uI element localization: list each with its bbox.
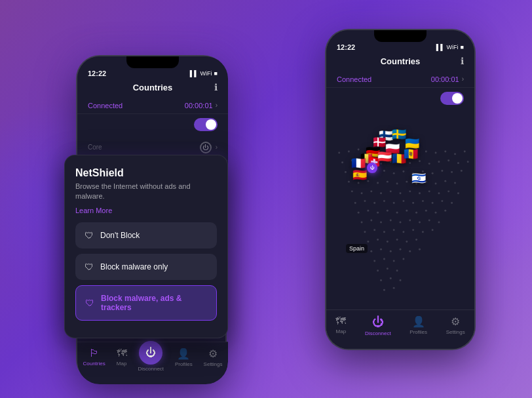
profiles-nav-icon: 👤 [412,315,425,328]
nav-profiles[interactable]: 👤 Profiles [409,315,427,338]
disconnect-icon: ⏻ [145,347,156,359]
svg-point-109 [370,250,372,252]
nav-settings[interactable]: ⚙ Settings [446,315,465,338]
svg-point-14 [341,161,343,163]
nav-map[interactable]: 🗺 Map [335,315,346,338]
svg-point-1 [348,150,350,152]
svg-point-121 [396,269,398,271]
front-status-icons: ▌▌ WiFi ■ [190,70,218,77]
nav-map-front[interactable]: 🗺 Map [117,348,127,374]
svg-point-87 [370,219,372,221]
svg-point-126 [393,287,395,289]
svg-point-120 [387,268,389,269]
netshield-option-text-3: Block malware, ads & trackers [101,294,207,312]
disconnect-btn[interactable]: ⏻ [139,341,162,365]
front-chevron: › [216,102,218,109]
svg-point-23 [428,163,430,165]
disconnect-nav-label: Disconnect [365,330,391,336]
svg-point-125 [383,289,385,290]
svg-point-94 [438,221,440,223]
countries-nav-icon: 🏳 [89,348,100,359]
svg-point-112 [400,248,402,250]
svg-point-57 [390,190,392,192]
power-icon-1[interactable]: ⏻ [200,142,212,153]
svg-point-117 [393,260,395,262]
svg-point-55 [370,190,372,192]
disconnect-dot: ⏻ [367,163,377,173]
disconnect-nav-icon: ⏻ [372,315,384,329]
svg-point-76 [358,211,360,213]
settings-nav-icon: ⚙ [451,315,460,328]
map-svg [326,109,474,338]
svg-point-86 [361,221,363,223]
flag-pin: 🇮🇱 [411,171,426,186]
nav-settings-front[interactable]: ⚙ Settings [204,348,223,374]
svg-point-106 [396,239,398,241]
back-toggle[interactable] [440,92,464,105]
svg-point-58 [400,192,402,194]
svg-point-99 [402,231,404,233]
svg-point-45 [387,180,389,182]
svg-point-0 [338,151,340,153]
back-status-icons: ▌▌ WiFi ■ [436,44,464,50]
nav-countries[interactable]: 🏳 Countries [83,348,105,374]
svg-point-115 [373,260,375,262]
svg-point-39 [451,170,453,172]
svg-point-52 [454,182,456,184]
svg-point-75 [451,202,453,204]
battery-icon: ■ [461,44,464,50]
netshield-option-dont-block[interactable]: 🛡 Don't Block [75,222,217,249]
netshield-option-malware[interactable]: 🛡 Block malware only [75,254,217,280]
svg-point-119 [377,269,379,271]
svg-point-12 [454,153,456,155]
map-nav-icon: 🗺 [335,315,346,327]
svg-point-28 [345,170,347,172]
phones-wrapper: 12:22 ▌▌ WiFi ■ Countries ℹ Connected 00… [37,16,495,383]
netshield-option-all[interactable]: 🛡 Block malware, ads & trackers [75,285,217,321]
svg-point-97 [383,231,385,233]
disconnect-nav-label-front: Disconnect [138,366,164,372]
svg-point-13 [464,150,466,152]
svg-point-69 [393,202,395,204]
svg-point-56 [380,192,382,194]
nav-profiles-front[interactable]: 👤 Profiles [175,348,193,374]
svg-point-89 [390,219,392,221]
back-header: Countries ℹ [326,54,474,71]
svg-point-44 [377,182,379,184]
svg-point-65 [354,202,356,204]
flag-pin: 🇲🇩 [404,147,418,161]
svg-point-113 [409,250,411,252]
svg-point-114 [419,248,421,250]
svg-point-9 [425,150,427,152]
svg-point-59 [409,190,411,192]
svg-point-93 [428,219,430,221]
svg-point-64 [457,192,459,194]
front-connected-bar[interactable]: Connected 00:00:01 › [77,98,228,114]
chevron-1: › [216,144,218,151]
svg-point-88 [380,221,382,223]
svg-point-100 [412,229,414,231]
back-connected-label: Connected [337,75,371,83]
front-toggle[interactable] [194,118,218,131]
svg-point-116 [383,258,385,260]
nav-disconnect-front[interactable]: ⏻ Disconnect [138,348,164,374]
nav-disconnect[interactable]: ⏻ Disconnect [365,315,391,338]
back-connected-time: 00:00:01 [431,75,459,83]
settings-nav-icon-front: ⚙ [208,348,218,360]
svg-point-70 [402,200,404,202]
svg-point-85 [444,209,446,211]
battery-icon: ■ [214,70,218,77]
svg-point-32 [383,169,385,171]
svg-point-82 [415,211,417,213]
svg-point-74 [441,200,443,202]
back-time: 12:22 [337,43,355,51]
svg-point-33 [393,172,395,174]
svg-point-10 [435,151,437,153]
svg-point-124 [400,279,402,281]
netshield-learn-more[interactable]: Learn More [75,207,112,214]
back-connected-bar[interactable]: Connected 00:00:01 › [326,71,474,88]
svg-point-96 [373,229,375,231]
svg-point-37 [432,172,434,174]
svg-point-21 [409,162,411,164]
svg-point-61 [428,190,430,192]
